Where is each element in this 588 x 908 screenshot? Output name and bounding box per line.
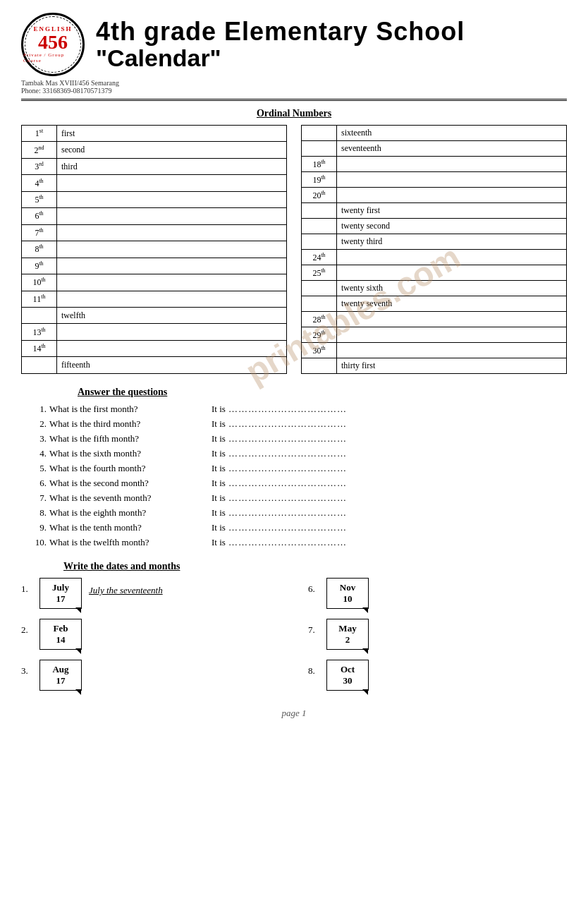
page-number: page 1 (21, 708, 567, 719)
table-row: 30th (302, 343, 567, 358)
table-row: twelfth (22, 307, 287, 323)
ordinal-number: 29th (302, 327, 337, 343)
ordinal-word: twenty second (337, 219, 567, 234)
table-row: 1stfirst (22, 126, 287, 142)
date-num: 1. (21, 583, 37, 595)
q-text: What is the fifth month? (49, 433, 212, 444)
question-row: 10. What is the twelfth month? It is ………… (28, 537, 567, 548)
ordinal-number (302, 141, 337, 157)
ordinal-number: 13th (22, 324, 57, 340)
ordinal-number: 8th (22, 241, 57, 258)
date-num: 2. (21, 624, 37, 636)
ordinal-word: twenty sixth (337, 281, 567, 296)
ordinal-word (57, 340, 287, 356)
question-row: 1. What is the first month? It is ………………… (28, 404, 567, 415)
date-row: 8. Oct 30 (308, 660, 567, 691)
ordinal-number (302, 234, 337, 250)
q-text: What is the tenth month? (49, 522, 212, 533)
q-text: What is the first month? (49, 404, 212, 415)
ordinal-word: twelfth (57, 307, 287, 323)
date-day: 2 (345, 634, 350, 646)
ordinal-word (57, 175, 287, 191)
date-month: May (338, 623, 356, 634)
ordinal-word (337, 312, 567, 327)
date-box: May 2 (326, 619, 369, 650)
ordinal-word: first (57, 126, 287, 142)
ordinal-word (337, 172, 567, 188)
dates-title: Write the dates and months (63, 561, 567, 572)
ordinal-number: 7th (22, 224, 57, 241)
dates-col-left: 1. July 17 July the seventeenth 2. Feb 1… (21, 578, 280, 701)
date-box: Aug 17 (39, 660, 82, 691)
q-text: What is the fourth month? (49, 463, 212, 474)
table-row: 28th (302, 312, 567, 327)
ordinal-number: 11th (22, 291, 57, 307)
q-dots: ……………………………… (228, 522, 347, 533)
ordinal-word (337, 157, 567, 172)
table-row: 7th (22, 224, 287, 241)
question-row: 9. What is the tenth month? It is ………………… (28, 522, 567, 533)
school-name: Tambak Mas XVIII/456 Semarang (21, 79, 567, 87)
ordinal-word (57, 241, 287, 258)
table-row: 24th (302, 250, 567, 265)
date-day: 14 (56, 634, 66, 646)
ordinal-word (57, 258, 287, 274)
logo: ENGLISH 456 Private / Group Course (21, 13, 85, 76)
ordinal-word (57, 208, 287, 224)
table-row: twenty seventh (302, 296, 567, 312)
ordinal-word (337, 188, 567, 203)
date-month: Feb (54, 623, 68, 634)
ordinal-table-left: 1stfirst2ndsecond3rdthird4th5th6th7th8th… (21, 125, 287, 374)
ordinal-word: fifteenth (57, 357, 287, 374)
ordinal-number: 28th (302, 312, 337, 327)
questions-list: 1. What is the first month? It is ………………… (21, 404, 567, 548)
school-phone: Phone: 33168369-08170571379 (21, 87, 567, 95)
q-dots: ……………………………… (228, 463, 347, 474)
ordinal-number (302, 219, 337, 234)
question-row: 6. What is the second month? It is ……………… (28, 478, 567, 489)
q-it-is: It is (212, 492, 226, 504)
date-day: 10 (343, 593, 353, 605)
ordinal-word (337, 265, 567, 281)
title-block: 4th grade Elementary School "Calendar" (96, 18, 567, 72)
ordinal-word: twenty third (337, 234, 567, 250)
q-num: 3. (28, 433, 47, 444)
q-num: 9. (28, 522, 47, 533)
ordinal-number: 25th (302, 265, 337, 281)
ordinal-number (22, 357, 57, 374)
date-day: 17 (56, 675, 66, 686)
table-row: fifteenth (22, 357, 287, 374)
q-num: 1. (28, 404, 47, 415)
q-num: 7. (28, 492, 47, 504)
ordinal-number (302, 281, 337, 296)
table-row: 20th (302, 188, 567, 203)
ordinal-section: 1stfirst2ndsecond3rdthird4th5th6th7th8th… (21, 125, 567, 374)
school-info: Tambak Mas XVIII/456 Semarang Phone: 331… (21, 79, 567, 95)
table-row: sixteenth (302, 126, 567, 141)
q-dots: ……………………………… (228, 492, 347, 504)
ordinal-word (57, 274, 287, 291)
ordinal-number (302, 126, 337, 141)
ordinal-number: 19th (302, 172, 337, 188)
ordinal-section-title: Ordinal Numbers (21, 108, 567, 119)
date-row: 7. May 2 (308, 619, 567, 650)
ordinal-number: 6th (22, 208, 57, 224)
dates-col-right: 6. Nov 10 7. May 2 8. Oct 30 (308, 578, 567, 701)
dates-section: Write the dates and months 1. July 17 Ju… (21, 561, 567, 701)
table-row: 10th (22, 274, 287, 291)
divider (21, 99, 567, 101)
table-row: 8th (22, 241, 287, 258)
date-row: 6. Nov 10 (308, 578, 567, 609)
ordinal-number (302, 296, 337, 312)
q-dots: ……………………………… (228, 418, 347, 430)
date-row: 2. Feb 14 (21, 619, 280, 650)
table-row: twenty second (302, 219, 567, 234)
q-it-is: It is (212, 433, 226, 444)
ordinal-number: 24th (302, 250, 337, 265)
q-dots: ……………………………… (228, 433, 347, 444)
date-row: 3. Aug 17 (21, 660, 280, 691)
dates-grid: 1. July 17 July the seventeenth 2. Feb 1… (21, 578, 567, 701)
q-it-is: It is (212, 418, 226, 430)
table-row: 19th (302, 172, 567, 188)
q-text: What is the eighth month? (49, 507, 212, 519)
